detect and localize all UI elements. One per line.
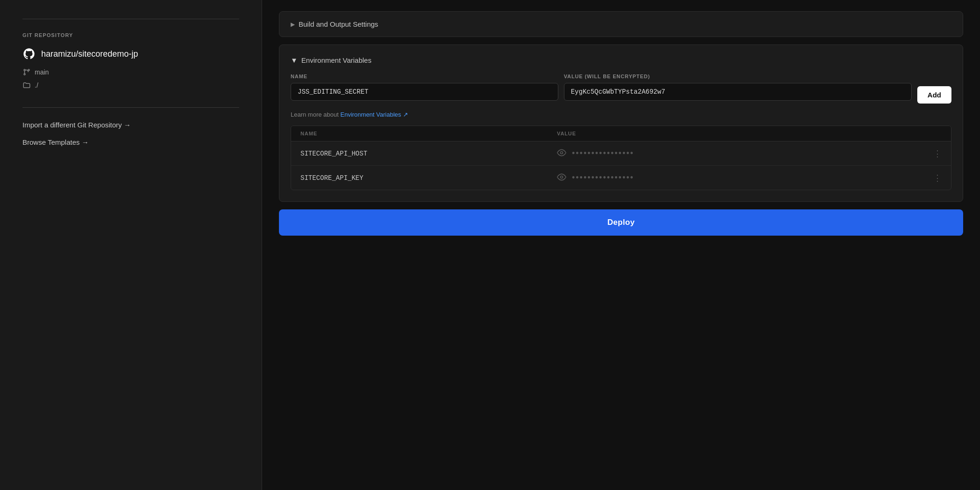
build-settings-card: ▶ Build and Output Settings bbox=[279, 11, 963, 37]
name-col-label: NAME bbox=[291, 74, 558, 79]
learn-more-text: Learn more about Environment Variables ↗ bbox=[291, 111, 951, 118]
build-settings-label: Build and Output Settings bbox=[299, 20, 378, 28]
svg-point-3 bbox=[561, 152, 563, 154]
env-value-input[interactable] bbox=[564, 83, 912, 101]
git-repo-section-label: GIT REPOSITORY bbox=[22, 32, 239, 38]
build-settings-header[interactable]: ▶ Build and Output Settings bbox=[279, 12, 963, 37]
import-git-link[interactable]: Import a different Git Repository → bbox=[22, 121, 239, 129]
table-row: SITECORE_API_HOST •••••••••••••••• ⋮ bbox=[291, 141, 951, 166]
env-vars-label: Environment Variables bbox=[301, 56, 372, 64]
table-name-col-label: NAME bbox=[300, 131, 557, 136]
branch-name: main bbox=[35, 68, 49, 76]
svg-point-0 bbox=[24, 69, 25, 71]
build-settings-arrow: ▶ bbox=[291, 21, 295, 28]
add-env-button[interactable]: Add bbox=[917, 86, 951, 104]
env-row-value-area: •••••••••••••••• ⋮ bbox=[557, 172, 942, 183]
env-vars-table: NAME VALUE SITECORE_API_HOST •••••••••• bbox=[291, 126, 951, 190]
name-input-group: NAME bbox=[291, 74, 558, 101]
deploy-button[interactable]: Deploy bbox=[279, 209, 963, 236]
left-panel: GIT REPOSITORY haramizu/sitecoredemo-jp … bbox=[0, 0, 262, 490]
svg-point-2 bbox=[24, 74, 25, 75]
branch-row: main bbox=[22, 68, 239, 76]
env-vars-card: ▼ Environment Variables NAME VALUE (WILL… bbox=[279, 45, 963, 202]
eye-icon[interactable] bbox=[557, 172, 566, 183]
eye-icon[interactable] bbox=[557, 148, 566, 159]
env-row-value-area: •••••••••••••••• ⋮ bbox=[557, 148, 942, 159]
svg-point-1 bbox=[28, 69, 29, 71]
table-value-col-label: VALUE bbox=[557, 131, 942, 136]
env-vars-header[interactable]: ▼ Environment Variables bbox=[291, 56, 951, 64]
row-menu-icon[interactable]: ⋮ bbox=[933, 148, 942, 159]
env-inputs-row: NAME VALUE (WILL BE ENCRYPTED) Add bbox=[291, 74, 951, 104]
branch-icon bbox=[22, 68, 31, 76]
env-row-dots: •••••••••••••••• bbox=[572, 148, 634, 158]
root-path: ./ bbox=[35, 82, 38, 89]
right-panel: ▶ Build and Output Settings ▼ Environmen… bbox=[262, 0, 980, 490]
env-table-header: NAME VALUE bbox=[291, 126, 951, 141]
repo-name: haramizu/sitecoredemo-jp bbox=[41, 49, 138, 59]
env-vars-arrow: ▼ bbox=[291, 56, 298, 64]
browse-templates-link[interactable]: Browse Templates → bbox=[22, 138, 239, 146]
repo-name-row: haramizu/sitecoredemo-jp bbox=[22, 47, 239, 60]
env-row-name: SITECORE_API_KEY bbox=[300, 174, 557, 182]
middle-divider bbox=[22, 107, 239, 108]
value-input-group: VALUE (WILL BE ENCRYPTED) bbox=[564, 74, 912, 101]
root-path-row: ./ bbox=[22, 81, 239, 89]
top-divider bbox=[22, 19, 239, 19]
svg-point-4 bbox=[561, 176, 563, 178]
folder-icon bbox=[22, 81, 31, 89]
env-name-input[interactable] bbox=[291, 83, 558, 101]
env-vars-link[interactable]: Environment Variables ↗ bbox=[340, 111, 408, 118]
row-menu-icon[interactable]: ⋮ bbox=[933, 173, 942, 183]
env-row-dots: •••••••••••••••• bbox=[572, 173, 634, 183]
env-row-name: SITECORE_API_HOST bbox=[300, 150, 557, 157]
value-col-label: VALUE (WILL BE ENCRYPTED) bbox=[564, 74, 912, 79]
github-icon bbox=[22, 47, 36, 60]
table-row: SITECORE_API_KEY •••••••••••••••• ⋮ bbox=[291, 166, 951, 190]
